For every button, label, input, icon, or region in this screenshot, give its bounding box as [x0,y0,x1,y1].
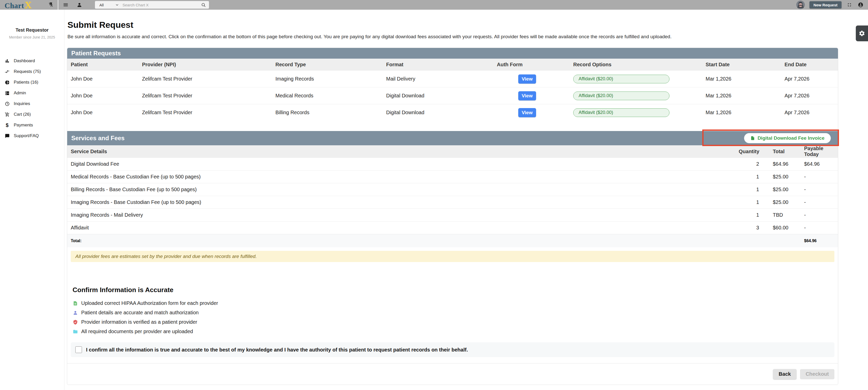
format-cell: Mail Delivery [382,76,493,82]
search-scope-dropdown[interactable]: All [95,3,123,7]
service-quantity: 1 [739,199,764,205]
column-header: Service Details [67,148,739,155]
column-header: Total [764,148,800,155]
sidebar-item-cart[interactable]: Cart (26) [0,109,64,120]
service-row: Imaging Records - Base Custodian Fee (up… [67,196,838,208]
service-payable: - [800,187,838,192]
view-auth-form-button[interactable]: View [518,75,536,84]
sidebar-item-inquiries[interactable]: Inquiries [0,99,64,109]
sidebar-item-dashboard[interactable]: Dashboard [0,56,64,66]
user-name: Test Requestor [0,28,64,33]
check-item-text: All required documents per provider are … [81,329,193,334]
account-circle-icon[interactable] [857,2,864,8]
sidebar-item-requests[interactable]: Requests (75) [0,66,64,77]
patient-cell: John Doe [67,76,138,82]
dashboard-icon [5,58,10,63]
sidebar-item-support[interactable]: Support/FAQ [0,131,64,141]
service-name: Imaging Records - Mail Delivery [67,212,739,218]
unpin-icon[interactable] [48,2,54,8]
column-header: Auth Form [493,62,570,67]
sidebar-item-payments[interactable]: $ Payments [0,120,64,131]
provider-cell: Zelifcam Test Provider [138,110,272,115]
column-header: Payable Today [800,145,838,157]
sidebar-item-label: Dashboard [14,58,35,63]
service-payable: $64.96 [800,161,838,167]
digital-download-fee-invoice-button[interactable]: Digital Download Fee Invoice [744,133,831,143]
confirm-checkbox[interactable] [75,346,82,353]
check-item-text: Patient details are accurate and match a… [81,310,198,315]
settings-tab[interactable] [856,26,868,41]
view-auth-form-button[interactable]: View [518,108,536,117]
sidebar-item-admin[interactable]: Admin [0,88,64,99]
service-total: TBD [764,212,800,218]
end-date-cell: Apr 7,2026 [781,93,838,99]
service-payable: - [800,212,838,218]
fullscreen-icon[interactable] [846,2,853,8]
record-type-cell: Medical Records [272,93,382,99]
payments-icon: $ [5,122,10,128]
start-date-cell: Mar 1,2026 [702,93,781,99]
page-title: Submit Request [67,20,868,30]
column-header: Format [382,62,493,67]
service-name: Digital Download Fee [67,161,739,167]
avatar[interactable] [796,1,805,9]
provider-fees-note: All provider fees are estimates set by t… [71,251,834,262]
service-total: $60.00 [764,225,800,231]
services-total-row: Total: $64.96 [67,234,838,247]
record-options-badge: Affidavit ($20.00) [573,108,670,117]
view-auth-form-button[interactable]: View [518,91,536,101]
service-row: Digital Download Fee 2 $64.96 $64.96 [67,158,838,170]
checkout-button[interactable]: Checkout [800,369,834,379]
sidebar-item-patients[interactable]: Patients (16) [0,77,64,88]
service-row: Affidavit 3 $60.00 - [67,221,838,234]
patients-icon [5,80,10,85]
sidebar-item-label: Requests (75) [14,69,41,74]
provider-cell: Zelifcam Test Provider [138,93,272,99]
patient-requests-title: Patient Requests [71,50,121,57]
list-item: Provider information is verified as a pa… [72,317,838,327]
topbar-divider [58,0,58,10]
patient-requests-columns: Patient Provider (NPI) Record Type Forma… [67,59,838,71]
app-logo: ChartX [5,0,32,10]
search-icon[interactable] [201,3,206,7]
confirm-checklist: Uploaded correct HIPAA Authorization for… [72,299,838,336]
person-icon[interactable] [76,2,83,8]
format-cell: Digital Download [382,93,493,99]
confirm-title: Confirm Information is Accurate [72,286,838,294]
menu-icon[interactable] [62,2,69,8]
table-row: John Doe Zelifcam Test Provider Billing … [67,104,838,121]
service-quantity: 1 [739,174,764,180]
back-button[interactable]: Back [773,369,797,379]
start-date-cell: Mar 1,2026 [702,110,781,115]
sidebar-nav: Dashboard Requests (75) Patients (16) Ad… [0,56,64,141]
service-total: $25.00 [764,187,800,192]
service-payable: - [800,174,838,180]
sidebar-item-label: Patients (16) [14,80,38,85]
table-row: John Doe Zelifcam Test Provider Imaging … [67,71,838,87]
confirm-checkbox-label: I confirm all the information is true an… [86,347,468,353]
table-row: John Doe Zelifcam Test Provider Medical … [67,87,838,104]
list-item: All required documents per provider are … [72,327,838,336]
confirm-checkbox-row: I confirm all the information is true an… [71,342,834,357]
patient-requests-header: Patient Requests [67,48,838,59]
service-name: Billing Records - Base Custodian Fee (up… [67,187,739,192]
search-input[interactable] [122,3,201,7]
inquiries-icon [5,101,10,106]
column-header: Patient [67,62,138,67]
column-header: Start Date [702,62,781,67]
admin-icon [5,90,10,95]
end-date-cell: Apr 7,2026 [781,76,838,82]
new-request-button[interactable]: New Request [809,1,841,8]
main-content: Submit Request Be sure all information i… [64,10,868,390]
record-type-cell: Imaging Records [272,76,382,82]
total-value: $64.96 [800,239,838,243]
requests-icon [5,69,10,74]
service-payable: - [800,199,838,205]
services-fees-header: Services and Fees Digital Download Fee I… [67,131,838,145]
service-name: Medical Records - Base Custodian Fee (up… [67,174,739,180]
format-cell: Digital Download [382,110,493,115]
patient-cell: John Doe [67,110,138,115]
sidebar-item-label: Payments [14,122,33,128]
logo-text: Chart [5,2,24,10]
sidebar-item-label: Cart (26) [14,112,31,117]
